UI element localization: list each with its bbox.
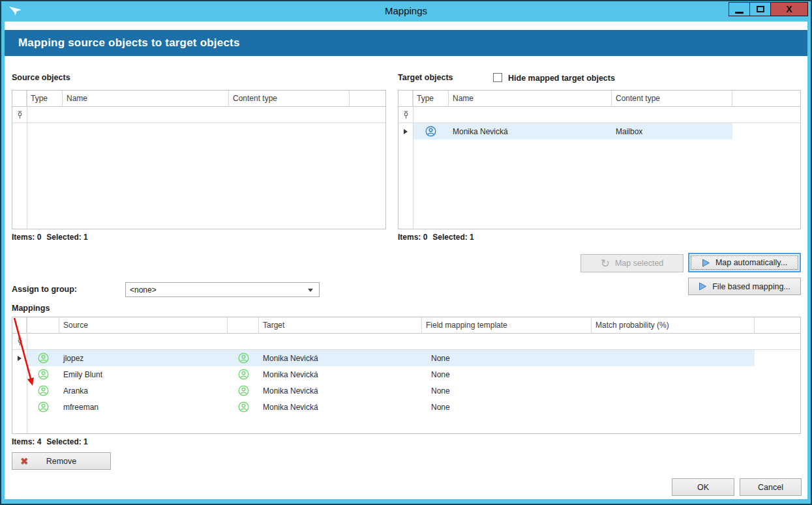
table-row[interactable]: Monika Nevická Mailbox: [398, 123, 800, 139]
table-row[interactable]: Aranka Monika Nevická None: [12, 382, 800, 399]
mapping-target: Monika Nevická: [259, 403, 318, 412]
mappings-grid-header: Source Target Field mapping template Mat…: [12, 317, 800, 334]
mapping-source: Emily Blunt: [59, 370, 102, 379]
cancel-label: Cancel: [758, 483, 783, 492]
target-status: Items: 0 Selected: 1: [398, 233, 474, 242]
mappings-header-probability[interactable]: Match probability (%): [592, 317, 755, 334]
mapping-template: None: [422, 370, 450, 379]
mappings-label: Mappings: [12, 304, 50, 313]
window-title: Mappings: [0, 5, 812, 16]
mapping-template: None: [422, 403, 450, 412]
target-indicator-divider: [413, 91, 414, 229]
user-icon-green: [27, 385, 59, 396]
user-icon-green: [228, 369, 259, 380]
table-row[interactable]: Emily Blunt Monika Nevická None: [12, 366, 800, 382]
target-header-content-type[interactable]: Content type: [612, 91, 732, 107]
dialog-header-title: Mapping source objects to target objects: [18, 36, 240, 50]
mappings-header-blank: [755, 317, 800, 334]
target-items-count: Items: 0: [398, 233, 427, 242]
target-header-blank: [732, 91, 800, 107]
source-grid-header: Type Name Content type: [12, 91, 385, 107]
minimize-button[interactable]: [729, 2, 750, 16]
target-header-type[interactable]: Type: [413, 91, 449, 107]
target-row-content-type: Mailbox: [612, 127, 642, 136]
window-controls: X: [729, 2, 808, 16]
user-icon-green: [27, 401, 59, 412]
cancel-button[interactable]: Cancel: [740, 478, 802, 496]
user-icon-green: [27, 369, 59, 380]
mappings-selected-count: Selected: 1: [46, 437, 87, 446]
close-button[interactable]: X: [770, 2, 808, 16]
source-header-name[interactable]: Name: [63, 91, 229, 107]
user-icon-green: [228, 353, 259, 364]
mappings-items-count: Items: 4: [12, 437, 41, 446]
user-icon-green: [228, 385, 259, 396]
mappings-header-target[interactable]: Target: [259, 317, 422, 334]
source-status: Items: 0 Selected: 1: [12, 233, 88, 242]
source-header-content-type[interactable]: Content type: [229, 91, 350, 107]
mapping-source: Aranka: [59, 386, 88, 396]
hide-mapped-checkbox[interactable]: [493, 73, 502, 82]
red-x-icon: ✖: [20, 455, 29, 467]
maximize-icon: [757, 6, 764, 12]
assign-to-group-label: Assign to group:: [12, 285, 77, 294]
assign-group-dropdown[interactable]: <none>: [125, 282, 320, 297]
ok-button[interactable]: OK: [672, 478, 734, 496]
mapping-source: jlopez: [59, 354, 83, 363]
mapping-template: None: [422, 386, 450, 396]
assign-group-value: <none>: [130, 285, 157, 295]
dialog-header-band: Mapping source objects to target objects: [5, 30, 807, 56]
user-icon-green: [27, 353, 59, 364]
mappings-dialog: Mappings X Mapping source objects to tar…: [0, 0, 812, 505]
mapping-source: mfreeman: [59, 403, 98, 412]
map-automatically-label: Map automatically...: [715, 258, 787, 267]
mailbox-user-icon: [413, 126, 449, 137]
file-based-mapping-button[interactable]: File based mapping...: [688, 278, 801, 295]
target-objects-label: Target objects: [398, 73, 453, 82]
mappings-header-target-icon: [228, 317, 259, 334]
row-indicator-icon: [404, 129, 408, 134]
play-icon: [702, 259, 710, 267]
map-selected-button[interactable]: ↻ Map selected: [580, 254, 684, 272]
minimize-icon: [735, 12, 744, 14]
source-objects-grid[interactable]: Type Name Content type: [12, 90, 386, 229]
mappings-header-source[interactable]: Source: [59, 317, 228, 334]
map-selected-label: Map selected: [615, 259, 663, 268]
source-header-indicator: [12, 91, 27, 107]
table-row[interactable]: mfreeman Monika Nevická None: [12, 399, 800, 415]
mappings-grid-filter-row[interactable]: [12, 334, 800, 350]
mapping-target: Monika Nevická: [259, 370, 318, 379]
mappings-header-source-icon: [27, 317, 59, 334]
source-selected-count: Selected: 1: [46, 233, 87, 242]
source-grid-filter-row[interactable]: [12, 107, 385, 123]
sync-icon: ↻: [601, 258, 610, 269]
maximize-button[interactable]: [749, 2, 771, 16]
close-icon: X: [786, 4, 792, 14]
target-row-name: Monika Nevická: [449, 127, 508, 136]
target-header-name[interactable]: Name: [449, 91, 612, 107]
row-indicator: [398, 129, 413, 134]
file-based-mapping-label: File based mapping...: [712, 282, 790, 291]
table-row[interactable]: jlopez Monika Nevická None: [12, 350, 800, 366]
hide-mapped-label[interactable]: Hide mapped target objects: [508, 74, 615, 83]
source-items-count: Items: 0: [12, 233, 41, 242]
filter-pin-icon: [12, 334, 27, 350]
chevron-down-icon: [308, 289, 313, 292]
map-automatically-button[interactable]: Map automatically...: [688, 253, 801, 272]
target-objects-grid[interactable]: Type Name Content type Monika Nevická: [398, 90, 801, 229]
mappings-header-template[interactable]: Field mapping template: [422, 317, 592, 334]
source-header-type[interactable]: Type: [27, 91, 63, 107]
source-objects-label: Source objects: [12, 73, 70, 82]
mappings-status: Items: 4 Selected: 1: [12, 437, 88, 446]
mapping-target: Monika Nevická: [259, 354, 318, 363]
target-grid-filter-row[interactable]: [398, 107, 800, 123]
user-icon-green: [228, 401, 259, 412]
app-logo-icon: [8, 5, 22, 19]
mappings-header-indicator: [12, 317, 27, 334]
remove-button[interactable]: ✖ Remove: [12, 452, 111, 470]
filter-pin-icon: [12, 107, 27, 123]
source-indicator-divider: [27, 91, 27, 229]
target-selected-count: Selected: 1: [432, 233, 474, 242]
filter-pin-icon: [398, 107, 413, 123]
mappings-grid[interactable]: Source Target Field mapping template Mat…: [12, 317, 801, 434]
